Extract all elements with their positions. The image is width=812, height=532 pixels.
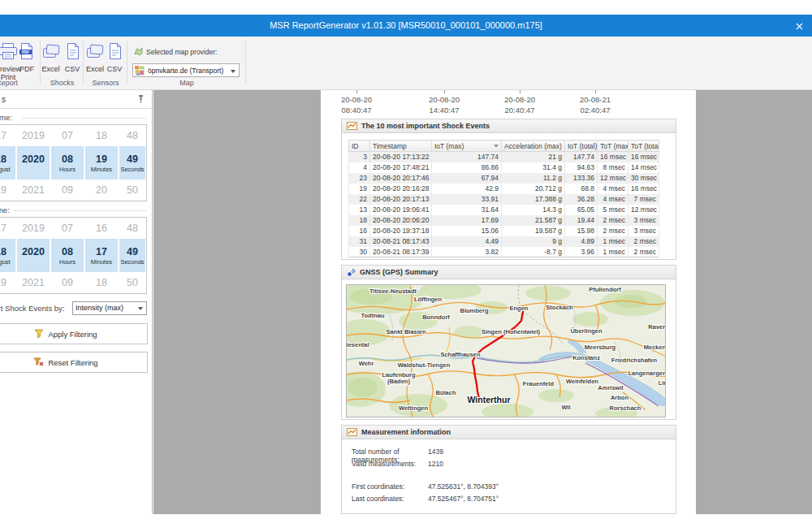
picker-selected-cell[interactable]: 2020	[17, 146, 50, 179]
picker-next-value[interactable]: 09	[50, 179, 84, 201]
cell-id: 3	[349, 152, 370, 162]
picker-selected-cell[interactable]: 18 August	[0, 239, 15, 272]
axis-time: 08:40:47	[330, 105, 382, 115]
picker-selected-value: 18	[0, 246, 15, 258]
picker-selected-cell[interactable]: 19 Minutes	[85, 146, 118, 179]
picker-unit-label: Hours	[51, 258, 84, 266]
ribbon-group-sensors: Excel CSV Sensors	[84, 37, 127, 89]
map-city-label: Ravensburg	[648, 323, 666, 331]
shock-event-row[interactable]: 3 20-08-20 17:13:22 147.74 21 g 147.74 1…	[349, 152, 659, 162]
time-picker-column[interactable]: 48 49 Seconds 50	[119, 218, 146, 293]
map-provider-select[interactable]: öpnvkarte.de (Transport)	[132, 63, 240, 77]
picker-next-value[interactable]: 19	[0, 179, 16, 201]
picker-next-value[interactable]: 2021	[16, 179, 50, 201]
cell-iot-total: 15.98	[565, 226, 598, 236]
picker-prev-value[interactable]: 16	[84, 218, 119, 239]
shocks-csv-button[interactable]: CSV	[61, 42, 84, 73]
picker-prev-value[interactable]: 17	[0, 218, 16, 239]
col-header-tot-total[interactable]: ToT (total)	[628, 141, 659, 152]
col-header-acceleration-max[interactable]: Acceleration (max)	[502, 141, 565, 152]
shock-event-row[interactable]: 30 20-08-21 08:17:39 3.82 -8.7 g 3.96 1 …	[349, 247, 659, 257]
time-picker-column[interactable]: 16 17 Minutes 18	[84, 218, 119, 293]
apply-filtering-button[interactable]: Apply Filtering	[0, 323, 148, 344]
shock-event-row[interactable]: 31 20-08-21 08:17:43 4.49 9 g 4.89 1 mse…	[349, 236, 659, 247]
report-viewer[interactable]: 20-08-20 08:40:47 20-08-20 14:40:47 20-0…	[153, 90, 812, 514]
shock-event-row[interactable]: 19 20-08-20 20:16:28 42.9 20.712 g 68.8 …	[349, 184, 659, 194]
cell-tot-total: 12 msec	[628, 205, 659, 215]
chart-axis-row: 20-08-20 08:40:47 20-08-20 14:40:47 20-0…	[341, 94, 676, 119]
col-header-timestamp[interactable]: Timestamp	[370, 141, 432, 152]
shock-event-row[interactable]: 13 20-08-20 19:06:41 31.64 14.3 g 65.05 …	[349, 205, 659, 215]
sort-dropdown[interactable]: Intensity (max)	[72, 301, 147, 315]
picker-next-value[interactable]: 50	[119, 272, 146, 293]
picker-prev-value[interactable]: 48	[119, 218, 146, 239]
picker-selected-cell[interactable]: 49 Seconds	[119, 239, 145, 272]
divider	[22, 118, 146, 119]
shock-event-row[interactable]: 22 20-08-20 20:17:13 33.91 17.388 g 36.2…	[349, 194, 659, 205]
picker-unit-label: Minutes	[85, 166, 118, 173]
picker-prev-value[interactable]: 48	[119, 125, 146, 146]
measurement-row: Total number of measurements: 1439	[352, 448, 666, 460]
picker-next-value[interactable]: 19	[0, 272, 16, 293]
picker-selected-cell[interactable]: 49 Seconds	[119, 146, 145, 179]
picker-prev-value[interactable]: 07	[50, 125, 84, 146]
close-button[interactable]	[794, 20, 805, 31]
time-picker-column[interactable]: 17 18 August 19	[0, 218, 16, 293]
col-header-iot-total[interactable]: IoT (total)	[565, 141, 598, 152]
col-header-tot-max[interactable]: ToT (max)	[598, 141, 628, 152]
picker-next-value[interactable]: 2021	[16, 272, 50, 293]
shock-event-row[interactable]: 16 20-08-20 19:37:18 15.06 19.587 g 15.9…	[349, 226, 659, 236]
col-header-iot-max[interactable]: IoT (max)	[432, 141, 502, 152]
picker-next-value[interactable]: 20	[84, 179, 119, 201]
picker-prev-value[interactable]: 18	[84, 125, 119, 146]
picker-selected-value: 2020	[17, 246, 50, 258]
time-picker-column[interactable]: 07 08 Hours 09	[50, 125, 84, 201]
cell-id: 22	[349, 194, 370, 205]
cell-id: 30	[349, 247, 370, 257]
gps-map[interactable]: Titisee-NeustadtLöffingenTodtnauBonndorf…	[346, 284, 666, 417]
picker-selected-cell[interactable]: 2020	[17, 239, 50, 272]
measurement-value: 1439	[428, 448, 443, 460]
picker-prev-value[interactable]: 2019	[16, 125, 50, 146]
cell-tot-max: 4 msec	[598, 194, 628, 205]
picker-next-value[interactable]: 50	[119, 179, 146, 201]
cell-acceleration-max: 17.388 g	[502, 194, 565, 205]
time-picker-column[interactable]: 18 19 Minutes 20	[84, 125, 119, 201]
picker-prev-value[interactable]: 07	[50, 218, 84, 239]
picker-prev-value[interactable]: 2019	[16, 218, 50, 239]
pin-icon[interactable]	[137, 94, 145, 104]
reset-filtering-button[interactable]: Reset Filtering	[0, 352, 148, 373]
cell-id: 18	[349, 215, 370, 226]
shock-section-body: ID Timestamp IoT (max) Acceleration (max…	[342, 133, 676, 259]
shock-event-row[interactable]: 23 20-08-20 20:17:46 67.94 11.2 g 133.36…	[349, 173, 659, 184]
time-picker-column[interactable]: 07 08 Hours 09	[50, 218, 84, 293]
picker-selected-cell[interactable]: 17 Minutes	[85, 239, 118, 272]
time-picker-column[interactable]: 2019 2020 2021	[16, 218, 50, 293]
cell-tot-max: 8 msec	[598, 162, 628, 173]
picker-prev-value[interactable]: 17	[0, 125, 16, 146]
time-picker-column[interactable]: 2019 2020 2021	[16, 125, 50, 201]
sensors-csv-label: CSV	[103, 65, 126, 73]
time-picker-column[interactable]: 48 49 Seconds 50	[119, 125, 146, 201]
shocks-excel-button[interactable]: Excel	[39, 42, 63, 73]
picker-next-value[interactable]: 09	[50, 272, 84, 293]
cell-id: 16	[349, 226, 370, 236]
start-time-label: Start Time:	[0, 113, 12, 122]
cell-tot-total: 30 msec	[628, 173, 659, 184]
col-header-id[interactable]: ID	[349, 141, 370, 152]
measurement-label: Valid measurements:	[352, 460, 428, 472]
time-picker-column[interactable]: 17 18 August 19	[0, 125, 16, 201]
shock-event-row[interactable]: 18 20-08-20 20:06:20 17.69 21.587 g 19.4…	[349, 215, 659, 226]
picker-selected-cell[interactable]: 08 Hours	[51, 146, 84, 179]
picker-next-value[interactable]: 18	[84, 272, 119, 293]
shock-event-row[interactable]: 4 20-08-20 17:48:21 86.86 31.4 g 94.63 8…	[349, 162, 659, 173]
pdf-button[interactable]: PDF PDF	[15, 42, 39, 73]
map-city-label: Stockach	[546, 304, 573, 311]
content-area: s Start Time: 17 18 August	[0, 90, 812, 514]
sensors-csv-button[interactable]: CSV	[103, 42, 126, 73]
picker-selected-cell[interactable]: 18 August	[0, 146, 15, 179]
cell-timestamp: 20-08-20 20:16:28	[370, 184, 432, 194]
picker-selected-cell[interactable]: 08 Hours	[51, 239, 84, 272]
shocks-excel-label: Excel	[39, 65, 63, 73]
cell-acceleration-max: 9 g	[502, 236, 565, 247]
